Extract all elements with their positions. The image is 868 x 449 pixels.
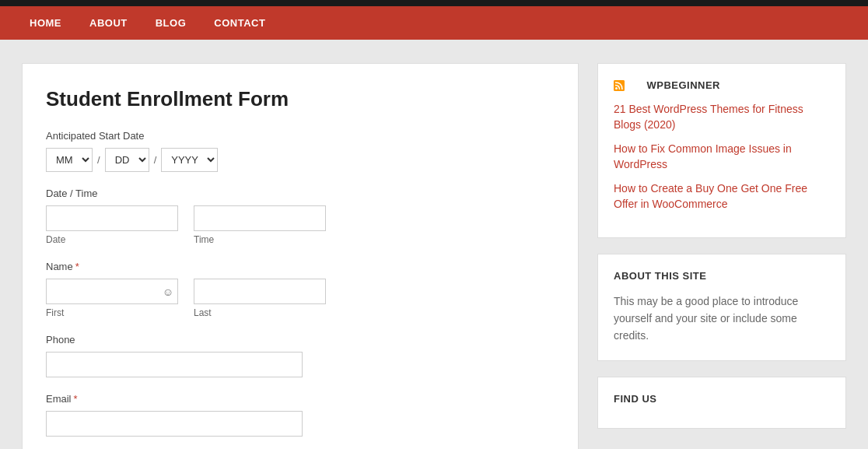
month-select[interactable]: MM 01020304 05060708 09101112 [46,148,93,172]
phone-input[interactable] [46,352,303,377]
datetime-row: Date Time [46,205,555,245]
phone-section: Phone [46,334,555,377]
rss-link-2[interactable]: How to Fix Common Image Issues in WordPr… [614,142,792,170]
email-label: Email* [46,393,555,405]
date-sublabel: Date [46,234,178,245]
time-sublabel: Time [194,234,326,245]
svg-point-1 [615,87,618,89]
day-select[interactable]: DD 01020304 05060708 09101112 13141516 1… [105,148,149,172]
about-text: This may be a good place to introduce yo… [614,293,830,345]
nav-item-blog[interactable]: BLOG [142,6,201,40]
anticipated-start-date-label: Anticipated Start Date [46,130,555,142]
day-year-separator: / [154,154,157,166]
main-content: Student Enrollment Form Anticipated Star… [22,63,579,449]
list-item: How to Create a Buy One Get One Free Off… [614,181,830,212]
time-col: Time [194,205,326,245]
rss-link-1[interactable]: 21 Best WordPress Themes for Fitness Blo… [614,103,803,131]
anticipated-start-date-section: Anticipated Start Date MM 01020304 05060… [46,130,555,172]
phone-label: Phone [46,334,555,346]
about-widget: ABOUT THIS SITE This may be a good place… [597,254,846,361]
sidebar: WPBEGINNER 21 Best WordPress Themes for … [597,63,846,449]
last-name-col: Last [194,279,326,318]
first-name-col: ☺ First [46,279,178,318]
first-name-input[interactable] [46,279,178,304]
form-title: Student Enrollment Form [46,87,555,111]
page-container: Student Enrollment Form Anticipated Star… [6,40,862,449]
list-item: 21 Best WordPress Themes for Fitness Blo… [614,102,830,132]
nav-item-contact[interactable]: CONTACT [200,6,279,40]
rss-widget: WPBEGINNER 21 Best WordPress Themes for … [597,63,846,238]
last-name-input[interactable] [194,279,326,304]
find-us-title: FIND US [614,393,830,405]
find-us-widget: FIND US [597,377,846,429]
rss-widget-title: WPBEGINNER [614,79,830,91]
list-item: How to Fix Common Image Issues in WordPr… [614,142,830,172]
first-name-wrapper: ☺ [46,279,178,304]
datetime-label: Date / Time [46,188,555,199]
name-section: Name* ☺ First Last [46,261,555,318]
nav-item-about[interactable]: ABOUT [75,6,142,40]
email-section: Email* [46,393,555,437]
name-label: Name* [46,261,555,272]
time-input[interactable] [194,205,326,231]
year-select[interactable]: YYYY 202020212022 202320242025 [161,148,218,172]
rss-links-list: 21 Best WordPress Themes for Fitness Blo… [614,102,830,212]
date-dropdowns: MM 01020304 05060708 09101112 / DD 01020… [46,148,555,172]
last-sublabel: Last [194,307,326,318]
date-col: Date [46,205,178,245]
first-sublabel: First [46,307,178,318]
top-bar [0,0,868,6]
nav-item-home[interactable]: HOME [16,6,75,40]
rss-icon [614,80,625,91]
datetime-section: Date / Time Date Time [46,188,555,245]
name-required-star: * [75,261,79,272]
rss-link-3[interactable]: How to Create a Buy One Get One Free Off… [614,182,807,210]
date-input[interactable] [46,205,178,231]
email-required-star: * [74,393,78,405]
email-input[interactable] [46,411,303,437]
month-day-separator: / [97,154,100,166]
about-widget-title: ABOUT THIS SITE [614,270,830,282]
name-row: ☺ First Last [46,279,555,318]
main-nav: HOME ABOUT BLOG CONTACT [0,6,868,40]
